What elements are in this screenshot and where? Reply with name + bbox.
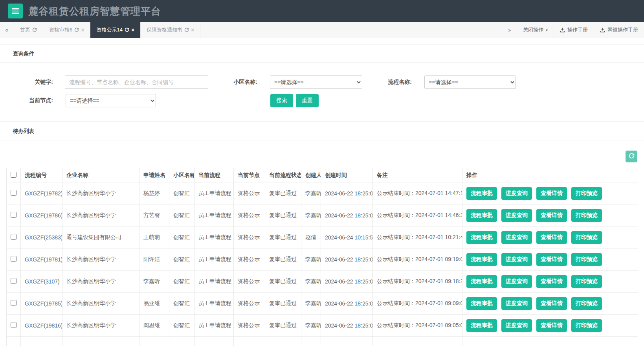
view-detail-button[interactable]: 查看详情 — [536, 253, 567, 266]
operation-manual-button[interactable]: 操作手册 — [554, 22, 594, 38]
cell-actions: 流程审批进度查询查看详情打印预览 — [462, 204, 638, 226]
progress-query-button[interactable]: 进度查询 — [501, 319, 532, 332]
keyword-input[interactable] — [65, 75, 208, 89]
view-detail-button[interactable]: 查看详情 — [536, 319, 567, 332]
scroll-tabs-left-button[interactable]: « — [0, 22, 14, 38]
print-preview-button[interactable]: 打印预览 — [571, 275, 602, 288]
view-detail-button[interactable]: 查看详情 — [536, 187, 567, 200]
list-toolbar — [0, 140, 644, 168]
cell-process-id: GXGZF(25383) — [21, 226, 62, 248]
search-button[interactable]: 搜索 — [270, 94, 293, 107]
cell-process-id: GXGZF(19785) — [21, 293, 62, 315]
cell-remark: 公示结束时间：2024-07-01 14:47:12 — [373, 182, 462, 204]
cell-remark: 公示结束时间：2024-07-01 14:46:33 — [373, 204, 462, 226]
cell-node: 资格公示 — [234, 293, 265, 315]
cell-status: 复审已通过 — [265, 182, 301, 204]
chevrons-right-icon: » — [508, 27, 511, 33]
tab-home[interactable]: 首页 — [14, 22, 43, 38]
column-header: 操作 — [462, 168, 638, 182]
tab-close-icon[interactable]: × — [131, 27, 134, 33]
todo-table: 流程编号企业名称申请姓名小区名称当前流程当前节点当前流程状态创建人创建时间备注操… — [6, 168, 638, 346]
app-header: 麓谷租赁公租房智慧管理平台 — [0, 0, 644, 22]
tab-close-icon[interactable]: × — [191, 27, 194, 33]
cell-community: 创智汇 — [169, 248, 194, 271]
cell-creator: 李嘉昕 — [301, 293, 321, 315]
reset-button[interactable]: 重置 — [296, 94, 319, 107]
cell-process: 员工申请流程 — [194, 226, 234, 248]
progress-query-button[interactable]: 进度查询 — [501, 275, 532, 288]
cell-created-time: 2024-06-22 18:25:07 — [321, 182, 373, 204]
cell-status: 复审已通过 — [265, 293, 301, 315]
progress-query-button[interactable]: 进度查询 — [501, 297, 532, 310]
close-operations-dropdown[interactable]: 关闭操作 ▾ — [517, 22, 554, 38]
flow-approve-button[interactable]: 流程审批 — [466, 231, 497, 244]
flow-approve-button[interactable]: 流程审批 — [466, 187, 497, 200]
view-detail-button[interactable]: 查看详情 — [536, 209, 567, 222]
row-checkbox[interactable] — [11, 278, 17, 284]
print-preview-button[interactable]: 打印预览 — [571, 231, 602, 244]
view-detail-button[interactable]: 查看详情 — [536, 297, 567, 310]
tab-refresh-icon[interactable] — [74, 28, 79, 32]
flow-approve-button[interactable]: 流程审批 — [466, 209, 497, 222]
print-preview-button[interactable]: 打印预览 — [571, 319, 602, 332]
progress-query-button[interactable]: 进度查询 — [501, 187, 532, 200]
row-checkbox[interactable] — [11, 212, 17, 218]
tab-close-icon[interactable]: × — [81, 27, 84, 33]
scroll-tabs-right-button[interactable]: » — [502, 22, 517, 38]
current-node-select[interactable]: ==请选择== — [66, 94, 156, 107]
flow-approve-button[interactable]: 流程审批 — [466, 253, 497, 266]
tab-label: 首页 — [20, 26, 30, 33]
cell-actions: 流程审批进度查询查看详情打印预览 — [462, 248, 638, 271]
cell-community: 创智汇 — [169, 204, 194, 226]
row-checkbox[interactable] — [11, 234, 17, 240]
cell-node: 资格公示 — [234, 315, 265, 337]
chevrons-left-icon: « — [6, 27, 9, 33]
ebank-manual-button[interactable]: 网银操作手册 — [594, 22, 644, 38]
view-detail-button[interactable]: 查看详情 — [536, 275, 567, 288]
tab-refresh-icon[interactable] — [32, 28, 37, 32]
tab-refresh-icon[interactable] — [184, 28, 189, 32]
progress-query-button[interactable]: 进度查询 — [501, 209, 532, 222]
row-checkbox[interactable] — [11, 256, 17, 262]
cell-community: 创智汇 — [169, 315, 194, 337]
print-preview-button[interactable]: 打印预览 — [571, 209, 602, 222]
todo-list-section: 待办列表 流程编号企业名称申请姓名小区名称当前流程当前节点当前流程状态创建人创建… — [0, 121, 644, 346]
download-icon — [600, 28, 605, 33]
select-all-checkbox[interactable] — [11, 172, 17, 178]
refresh-list-button[interactable] — [626, 151, 637, 162]
tab-qualification-review[interactable]: 资格审核6× — [43, 22, 90, 38]
row-checkbox[interactable] — [11, 322, 17, 328]
cell-creator: 李嘉昕 — [301, 182, 321, 204]
process-name-select[interactable]: ==请选择== — [424, 75, 516, 89]
tab-guarantee-notice[interactable]: 保障资格通知书× — [141, 22, 200, 38]
cell-node: 资格公示 — [234, 182, 265, 204]
cell-remark: 公示结束时间：2024-07-01 09:09:02 — [373, 293, 462, 315]
cell-process: 员工申请流程 — [194, 182, 234, 204]
tab-refresh-icon[interactable] — [125, 28, 129, 32]
flow-approve-button[interactable]: 流程审批 — [466, 319, 497, 332]
row-checkbox[interactable] — [11, 300, 17, 306]
cell-process: 员工申请流程 — [194, 315, 234, 337]
cell-applicant: 李嘉昕 — [139, 271, 169, 293]
row-checkbox[interactable] — [11, 190, 17, 196]
cell-actions: 流程审批进度查询查看详情打印预览 — [462, 226, 638, 248]
tab-label: 资格公示14 — [96, 26, 122, 33]
flow-approve-button[interactable]: 流程审批 — [466, 297, 497, 310]
flow-approve-button[interactable]: 流程审批 — [466, 275, 497, 288]
community-select[interactable]: ==请选择== — [270, 75, 362, 89]
menu-button[interactable] — [8, 4, 23, 18]
print-preview-button[interactable]: 打印预览 — [571, 297, 602, 310]
table-row: GXGZF(19816)长沙高新区明华小学阎思维创智汇员工申请流程资格公示复审已… — [7, 315, 638, 337]
progress-query-button[interactable]: 进度查询 — [501, 231, 532, 244]
progress-query-button[interactable]: 进度查询 — [501, 253, 532, 266]
keyword-label: 关键字: — [0, 79, 53, 86]
todo-list-title: 待办列表 — [0, 122, 644, 140]
print-preview-button[interactable]: 打印预览 — [571, 253, 602, 266]
column-header: 创建人 — [301, 168, 321, 182]
cell-status: 复审已通过 — [265, 315, 301, 337]
tab-qualification-publicity[interactable]: 资格公示14× — [90, 22, 141, 38]
cell-actions: 流程审批进度查询查看详情打印预览 — [462, 182, 638, 204]
cell-status: 复审已通过 — [265, 204, 301, 226]
view-detail-button[interactable]: 查看详情 — [536, 231, 567, 244]
print-preview-button[interactable]: 打印预览 — [571, 187, 602, 200]
